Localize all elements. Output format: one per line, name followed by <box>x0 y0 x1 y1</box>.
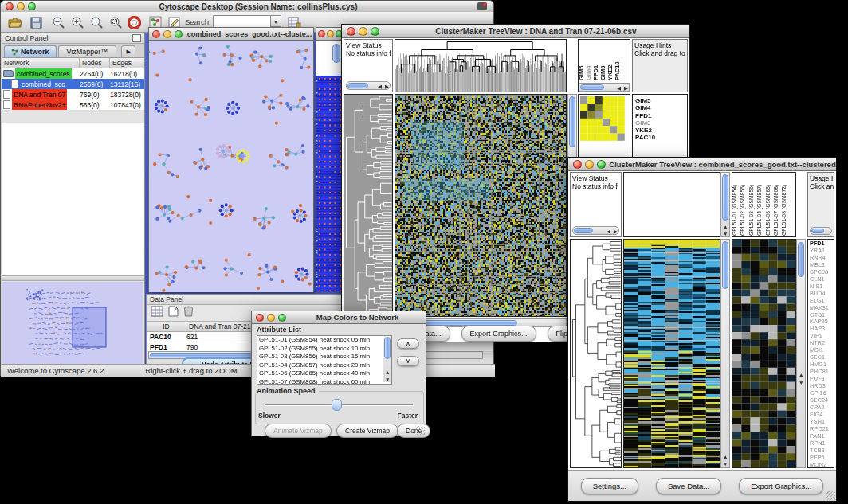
zoom-button[interactable] <box>175 30 183 38</box>
col-header-edges[interactable]: Edges <box>110 58 144 68</box>
scroll-down-arrow[interactable]: ▼ <box>723 231 728 236</box>
minimize-button[interactable] <box>17 2 25 10</box>
tab-vizmapper[interactable]: VizMapper™ <box>58 45 117 57</box>
more-tabs-button[interactable]: ▶ <box>121 45 135 57</box>
network-table-row[interactable]: DNA and Tran 07769(0)183728(0) <box>2 89 144 100</box>
zoom-selected-icon[interactable] <box>87 14 106 31</box>
tab-network[interactable]: Network <box>4 45 57 57</box>
scrollbar-thumb[interactable] <box>569 96 575 147</box>
heatmap-vscrollbar[interactable]: ▲ ▼ <box>720 239 730 468</box>
scroll-right-arrow[interactable]: ▶ <box>624 85 628 92</box>
zoom-heatmap-panel[interactable] <box>732 239 796 468</box>
top-vscrollbar[interactable]: ▲ ▼ <box>720 172 730 237</box>
network-name-cell[interactable]: DNA and Tran 07 <box>2 89 80 100</box>
close-button[interactable] <box>256 314 264 322</box>
attribute-list[interactable]: GPL51-01 (GSM854) heat shock 05 minGPL51… <box>257 335 392 385</box>
minimize-button[interactable] <box>327 30 334 37</box>
done-button[interactable]: Done <box>397 424 430 438</box>
scrollbar-thumb[interactable] <box>811 229 824 233</box>
hscrollbar[interactable]: ◀ ▶ <box>346 81 391 90</box>
main-titlebar[interactable]: Cytoscape Desktop (Session Name: collins… <box>1 1 493 13</box>
minimize-button[interactable] <box>359 27 367 36</box>
col-header-network[interactable]: Network <box>2 58 80 68</box>
scroll-left-arrow[interactable]: ◀ <box>378 84 382 90</box>
open-session-button[interactable] <box>6 14 25 31</box>
network-table-row[interactable]: RNAPuberNov2+563(0)107847(0) <box>2 100 144 110</box>
zoom-button[interactable] <box>371 27 379 36</box>
network-overview-canvas[interactable] <box>2 282 143 365</box>
network-name-cell[interactable]: combined_scores <box>2 68 80 79</box>
settings-button[interactable]: Settings... <box>581 478 638 494</box>
network-canvas[interactable] <box>149 41 313 292</box>
scroll-right-arrow[interactable]: ▶ <box>385 84 389 90</box>
scroll-up-arrow[interactable]: ▲ <box>723 454 728 459</box>
new-attribute-icon[interactable] <box>168 306 179 320</box>
data-col-id[interactable]: ID <box>147 322 186 331</box>
column-dendrogram-panel[interactable] <box>395 39 567 92</box>
zoom-vscrollbar[interactable]: ▲ ▼ <box>796 239 806 468</box>
scroll-down-arrow[interactable]: ▼ <box>723 461 728 467</box>
scrollbar-thumb[interactable] <box>722 241 728 289</box>
delete-attribute-icon[interactable] <box>183 306 194 320</box>
hscrollbar[interactable]: ◀ ▶ <box>579 83 630 92</box>
scroll-up-arrow[interactable]: ▲ <box>385 369 390 375</box>
close-button[interactable] <box>347 27 355 36</box>
minimize-button[interactable] <box>267 314 275 322</box>
zoom-fit-icon[interactable] <box>106 14 125 31</box>
col-header-nodes[interactable]: Nodes <box>80 58 110 68</box>
scroll-down-arrow[interactable]: ▼ <box>385 377 390 382</box>
close-button[interactable] <box>318 30 325 37</box>
network-table-row[interactable]: combined_sco2569(6)13112(15) <box>2 79 144 89</box>
scroll-up-arrow[interactable]: ▲ <box>799 372 803 377</box>
attribute-list-item[interactable]: GPL51-07 (GSM868) heat shock 60 min <box>259 378 391 385</box>
attribute-list-item[interactable]: GPL51-03 (GSM856) heat shock 15 min <box>259 353 391 361</box>
row-dendrogram-panel[interactable] <box>344 94 393 317</box>
attribute-list-item[interactable]: GPL51-06 (GSM865) heat shock 40 min <box>259 369 391 378</box>
zoom-button[interactable] <box>28 2 36 10</box>
scroll-left-arrow[interactable]: ◀ <box>607 229 610 235</box>
zoom-out-icon[interactable] <box>49 14 68 31</box>
column-dendrogram-panel[interactable] <box>623 172 720 237</box>
attribute-list-item[interactable]: GPL51-04 (GSM857) heat shock 20 min <box>259 361 391 370</box>
network-table-row[interactable]: combined_scores2764(0)16218(0) <box>2 68 144 79</box>
minimize-button[interactable] <box>163 30 171 38</box>
zoom-button[interactable] <box>278 314 286 322</box>
save-data-button[interactable]: Save Data... <box>656 478 721 494</box>
search-dropdown-button[interactable]: ▼ <box>270 15 281 27</box>
resize-grip[interactable] <box>826 491 835 500</box>
scrollbar-thumb[interactable] <box>574 228 593 233</box>
attribute-list-item[interactable]: GPL51-02 (GSM855) heat shock 10 min <box>259 345 391 354</box>
scrollbar-thumb[interactable] <box>722 174 728 221</box>
global-heatmap-panel[interactable] <box>623 239 720 468</box>
hscrollbar[interactable]: ◀ ▶ <box>572 226 619 235</box>
export-graphics-button[interactable]: Export Graphics... <box>739 478 823 494</box>
animate-vizmap-button[interactable]: Animate Vizmap <box>265 424 332 438</box>
row-dendrogram-panel[interactable] <box>570 239 622 468</box>
scrollbar-thumb[interactable] <box>384 337 391 359</box>
help-lifering-icon[interactable] <box>124 14 143 31</box>
scrollbar-thumb[interactable] <box>798 242 804 277</box>
move-up-button[interactable]: ∧ <box>397 338 419 349</box>
export-graphics-button[interactable]: Export Graphics... <box>461 326 536 342</box>
scrollbar-thumb[interactable] <box>332 44 340 63</box>
close-button[interactable] <box>152 30 160 38</box>
resize-grip[interactable] <box>416 426 425 435</box>
scroll-right-arrow[interactable]: ▶ <box>614 229 618 235</box>
move-down-button[interactable]: ∨ <box>397 356 419 366</box>
save-session-button[interactable] <box>26 14 45 31</box>
network-name-cell[interactable]: combined_sco <box>2 79 80 89</box>
float-panel-icon[interactable] <box>132 34 141 42</box>
hscrollbar[interactable] <box>810 227 832 235</box>
grid-heatmap-canvas[interactable] <box>316 76 341 291</box>
attribute-select-icon[interactable] <box>151 306 163 320</box>
global-heatmap-panel[interactable] <box>395 94 567 317</box>
attribute-list-item[interactable]: GPL51-01 (GSM854) heat shock 05 min <box>259 336 391 345</box>
list-vscrollbar[interactable]: ▲ ▼ <box>383 336 391 382</box>
minimize-button[interactable] <box>585 160 594 169</box>
create-vizmap-button[interactable]: Create Vizmap <box>336 424 398 438</box>
zoom-button[interactable] <box>597 160 606 169</box>
panel-splitter[interactable] <box>2 275 144 281</box>
zoom-in-icon[interactable] <box>68 14 87 31</box>
scroll-left-arrow[interactable]: ◀ <box>617 85 621 92</box>
scrollbar-thumb[interactable] <box>580 84 604 90</box>
